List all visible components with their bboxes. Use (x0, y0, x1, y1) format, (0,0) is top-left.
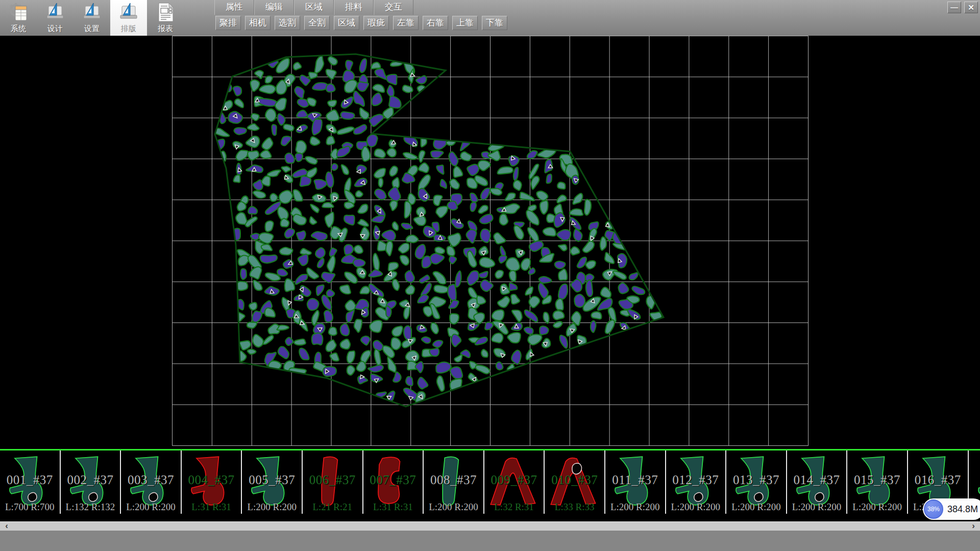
tool-button[interactable]: 瑕疵 (363, 16, 389, 30)
tool-button[interactable]: 区域 (334, 16, 359, 30)
tool-button[interactable]: 下靠 (482, 16, 507, 30)
piece-thumbnail[interactable]: 003_#37L:200 R:200 (121, 450, 182, 514)
piece-thumbnail[interactable]: 005_#37L:200 R:200 (242, 450, 303, 514)
menu-tab[interactable]: 交互 (374, 0, 413, 15)
piece-shape (124, 452, 177, 512)
horizontal-scrollbar[interactable]: ‹ › (0, 521, 980, 531)
tool-button[interactable]: 聚排 (215, 16, 241, 30)
piece-shape (427, 452, 480, 512)
piece-thumbnail[interactable]: 004_#37L:31 R:31 (182, 450, 242, 514)
piece-shape (3, 452, 56, 512)
ribbon-tab-label: 设计 (47, 24, 63, 33)
menu-tab[interactable]: 排料 (334, 0, 374, 15)
piece-shape (64, 452, 117, 512)
nesting-canvas[interactable] (0, 36, 980, 449)
laptop-ruler-icon (82, 2, 102, 23)
piece-thumbnail[interactable]: 011_#37L:200 R:200 (605, 450, 666, 514)
piece-thumbnail[interactable]: 006_#37L:21 R:21 (303, 450, 363, 514)
ribbon-tab-设计[interactable]: 设计 (37, 0, 74, 36)
tool-button[interactable]: 选割 (275, 16, 300, 30)
piece-thumbnail[interactable]: 009_#37L:32 R:31 (484, 450, 545, 514)
status-bar (0, 531, 980, 551)
piece-thumbnail-list: 001_#37L:700 R:700002_#37L:132 R:132003_… (0, 450, 980, 514)
piece-shape (245, 452, 298, 512)
memory-usage-label: 384.8M (947, 504, 978, 515)
report-icon (155, 2, 176, 23)
piece-thumbnail-strip: 001_#37L:700 R:700002_#37L:132 R:132003_… (0, 449, 980, 515)
laptop-ruler-icon (45, 2, 65, 23)
piece-thumbnail[interactable]: 010_#37L:33 R:33 (545, 450, 605, 514)
piece-thumbnail[interactable]: 015_#37L:200 R:200 (847, 450, 908, 514)
scroll-left-arrow-icon[interactable]: ‹ (0, 522, 13, 531)
piece-shape (729, 452, 782, 512)
ribbon-tab-系统[interactable]: 系统 (0, 0, 37, 36)
tool-button-row: 聚排相机选割全割区域瑕疵左靠右靠上靠下靠 (215, 16, 507, 31)
piece-thumbnail[interactable]: 007_#37L:31 R:31 (363, 450, 424, 514)
nesting-application-window: { "window": {"minimize_glyph":"—","close… (0, 0, 980, 551)
piece-shape (306, 452, 359, 512)
tool-button[interactable]: 相机 (245, 16, 271, 30)
piece-shape (669, 452, 722, 512)
ribbon-tab-label: 报表 (158, 24, 173, 33)
top-toolbar: 系统设计设置排版报表 属性编辑区域排料交互 聚排相机选割全割区域瑕疵左靠右靠上靠… (0, 0, 980, 36)
tool-button[interactable]: 左靠 (393, 16, 419, 30)
piece-shape (790, 452, 843, 512)
piece-thumbnail[interactable]: 012_#37L:200 R:200 (666, 450, 727, 514)
scroll-right-arrow-icon[interactable]: › (967, 522, 980, 531)
piece-shape (185, 452, 238, 512)
tool-button[interactable]: 右靠 (423, 16, 448, 30)
minimize-button[interactable]: — (947, 2, 961, 13)
piece-thumbnail[interactable]: 013_#37L:200 R:200 (726, 450, 787, 514)
ribbon-tab-设置[interactable]: 设置 (74, 0, 110, 36)
menu-tab[interactable]: 编辑 (254, 0, 294, 15)
menu-tab[interactable]: 区域 (294, 0, 334, 15)
piece-thumbnail[interactable]: 002_#37L:132 R:132 (61, 450, 121, 514)
tool-button[interactable]: 上靠 (452, 16, 478, 30)
progress-badge: 38% 384.8M (923, 498, 980, 520)
ribbon-tab-报表[interactable]: 报表 (147, 0, 184, 36)
piece-thumbnail[interactable]: 001_#37L:700 R:700 (0, 450, 61, 514)
window-controls: — ✕ (947, 2, 978, 13)
piece-shape (608, 452, 662, 512)
piece-shape (548, 452, 601, 512)
ribbon-tab-label: 设置 (84, 24, 100, 33)
menu-tab-row: 属性编辑区域排料交互 (214, 0, 413, 15)
piece-thumbnail[interactable]: 014_#37L:200 R:200 (787, 450, 848, 514)
system-gear-icon (8, 2, 29, 23)
piece-thumbnail[interactable]: 008_#37L:200 R:200 (424, 450, 484, 514)
piece-shape (850, 452, 903, 512)
tool-button[interactable]: 全割 (304, 16, 330, 30)
mode-icon-tabs: 系统设计设置排版报表 (0, 0, 184, 36)
piece-shape (487, 452, 541, 512)
piece-shape (366, 452, 420, 512)
laptop-ruler-icon (118, 2, 139, 23)
ribbon-tab-label: 排版 (121, 24, 136, 33)
ribbon-tab-label: 系统 (11, 24, 26, 33)
ribbon-tab-排版[interactable]: 排版 (110, 0, 147, 36)
progress-percent-badge: 38% (924, 499, 943, 519)
menu-tab[interactable]: 属性 (214, 0, 254, 15)
close-button[interactable]: ✕ (964, 2, 978, 13)
